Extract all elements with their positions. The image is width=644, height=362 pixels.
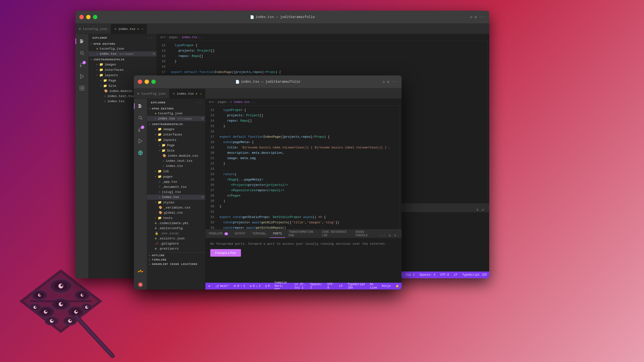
sidebar-item-variables-css[interactable]: 🎨 _variables.css bbox=[147, 205, 205, 210]
sidebar-item-index-test-tsx-2[interactable]: ⚛ index.test.tsx bbox=[147, 158, 205, 163]
sidebar-item-index-tsx-2[interactable]: ⚛ index.tsx bbox=[147, 163, 205, 169]
panel-tab-output-2[interactable]: OUTPUT bbox=[232, 230, 249, 238]
panel-close-btn[interactable]: ✕ bbox=[481, 207, 485, 212]
status-language-2[interactable]: TypeScript JSX bbox=[345, 283, 368, 290]
search-icon[interactable] bbox=[77, 48, 87, 58]
sidebar-item-tsconfig[interactable]: ⚙ tsconfig.json bbox=[88, 46, 156, 51]
sidebar-item-slug-tsx[interactable]: ⚛ [slug].tsx bbox=[147, 190, 205, 195]
remote-icon[interactable] bbox=[136, 148, 145, 158]
tab-index-2[interactable]: ⚛ index.tsx ● ✕ bbox=[170, 89, 206, 98]
panel-chevron-up-2[interactable]: ∧ bbox=[388, 233, 392, 238]
panel-tab-code-ref[interactable]: CODE REFERENCE LOG bbox=[318, 230, 352, 238]
debug-icon[interactable] bbox=[77, 71, 87, 81]
outline-header[interactable]: ▸ OUTLINE bbox=[147, 252, 205, 258]
status-spaces[interactable]: Spaces: 4 bbox=[417, 273, 438, 277]
sidebar-item-env-local[interactable]: 🔒 .env.local bbox=[147, 231, 205, 236]
status-spaces-2[interactable]: Spaces: 2 bbox=[308, 283, 325, 290]
sidebar-item-prettierrc[interactable]: ⚙ .prettierrc bbox=[147, 246, 205, 251]
status-encoding-2[interactable]: UTF-8 bbox=[325, 283, 337, 290]
editor-layout-icon[interactable]: ⊞ bbox=[474, 15, 476, 19]
forward-port-btn-2[interactable]: Forward a Port bbox=[210, 249, 241, 257]
tab-close-btn-2[interactable]: ✕ bbox=[200, 92, 202, 95]
status-line-ending-2[interactable]: LF bbox=[337, 284, 345, 288]
panel-tab-debug[interactable]: DEBUG CONSOLE bbox=[352, 230, 378, 238]
sidebar-item-gitignore[interactable]: ⎇ .gitignore bbox=[147, 241, 205, 246]
status-remote[interactable]: ⊕ bbox=[206, 284, 213, 288]
status-ninja-2[interactable]: Ninja bbox=[380, 284, 393, 288]
sonar-header[interactable]: ▸ SONARLINT ISSUE LOCATIONS bbox=[147, 262, 205, 266]
tab-tsconfig-2[interactable]: ⚙ tsconfig.json bbox=[134, 89, 170, 98]
sidebar-more-btn-2[interactable]: ··· bbox=[196, 101, 201, 104]
aws-icon[interactable] bbox=[136, 266, 145, 275]
explorer-icon-2[interactable] bbox=[136, 101, 145, 111]
tab-index-1[interactable]: ⚛ index.tsx ● ✕ bbox=[111, 24, 147, 34]
status-info-2[interactable]: ℹ 0 bbox=[263, 284, 272, 288]
sidebar-item-codeclimate[interactable]: ⚙ .codeclimate.yml bbox=[147, 221, 205, 226]
status-errors-2[interactable]: ⊗ 0 ⚠ 1 bbox=[248, 284, 263, 288]
minimize-button[interactable] bbox=[86, 15, 90, 19]
sidebar-item-index-tsx-pages[interactable]: ⚛ index.tsx M bbox=[147, 195, 205, 200]
sidebar-item-pages[interactable]: ▾ 📁 pages bbox=[147, 174, 205, 179]
panel-tab-transformation[interactable]: TRANSFORMATION HUB bbox=[285, 230, 318, 238]
panel-tab-problems-2[interactable]: PROBLEMS 1 bbox=[206, 230, 232, 238]
sidebar-item-styles[interactable]: ▾ 📁 styles bbox=[147, 200, 205, 205]
sidebar-item-lib[interactable]: ▸ 📁 lib bbox=[147, 169, 205, 174]
editor-layout-icon-2[interactable]: ⊞ bbox=[387, 80, 389, 84]
sidebar-item-document-tsx[interactable]: ⚛ _document.tsx bbox=[147, 184, 205, 190]
source-control-icon-2[interactable]: 1 bbox=[136, 125, 145, 134]
sidebar-item-app-tsx[interactable]: ⚛ _app.tsx bbox=[147, 179, 205, 184]
sidebar-item-global-css[interactable]: 🎨 global.css bbox=[147, 210, 205, 215]
tab-close-btn[interactable]: ✕ bbox=[142, 27, 143, 31]
sidebar-item-tsconfig-2[interactable]: ⚙ tsconfig.json bbox=[147, 111, 205, 116]
sidebar-item-index[interactable]: ⚛ index.tsx src/pages M bbox=[88, 51, 156, 56]
maximize-button-2[interactable] bbox=[152, 79, 156, 84]
search-icon-2[interactable] bbox=[136, 113, 145, 123]
sidebar-item-images-2[interactable]: ▸ 📁 images bbox=[147, 126, 205, 132]
source-control-icon[interactable]: 1 bbox=[77, 60, 87, 70]
split-editor-icon[interactable]: ⊡ bbox=[470, 15, 472, 19]
panel-tab-terminal-2[interactable]: TERMINAL bbox=[249, 230, 270, 238]
sidebar-item-interfaces[interactable]: ▸ 📁 interfaces bbox=[88, 67, 156, 72]
minimize-button-2[interactable] bbox=[144, 79, 149, 84]
code-editor-2[interactable]: 1213141516 1718192021 2223242526 2728293… bbox=[206, 106, 402, 229]
sidebar-item-site-2[interactable]: ▾ 📁 Site bbox=[147, 148, 205, 153]
status-encoding[interactable]: UTF-8 bbox=[438, 273, 452, 277]
timeline-header[interactable]: ▸ TIMELINE bbox=[147, 258, 205, 262]
circle-icon[interactable] bbox=[136, 280, 145, 290]
panel-chevron-up[interactable]: ∧ bbox=[475, 207, 479, 212]
explorer-icon[interactable] bbox=[77, 36, 87, 46]
sidebar-item-interfaces-2[interactable]: ▸ 📁 interfaces bbox=[147, 132, 205, 137]
close-button-2[interactable] bbox=[138, 79, 142, 84]
sidebar-more-btn[interactable]: ··· bbox=[147, 36, 152, 39]
extensions-icon[interactable] bbox=[77, 83, 87, 93]
open-editors-header[interactable]: ▾ OPEN EDITORS bbox=[88, 42, 156, 46]
more-actions-icon-2[interactable]: ··· bbox=[392, 80, 398, 84]
status-go-live-2[interactable]: Go Live bbox=[368, 283, 380, 290]
sidebar-item-editorconfig[interactable]: ⚙ .editorconfig bbox=[147, 226, 205, 231]
status-branch-2[interactable]: ⎇ main* bbox=[213, 284, 231, 288]
maximize-button[interactable] bbox=[93, 15, 97, 19]
debug-icon-2[interactable] bbox=[136, 136, 145, 146]
sidebar-item-eslintrc[interactable]: ⚙ .eslintrc.json bbox=[147, 236, 205, 241]
status-sync-2[interactable]: ⟳ 0 ↑ 1 bbox=[231, 284, 248, 288]
more-actions-icon[interactable]: ··· bbox=[479, 15, 485, 19]
sidebar-item-index-2[interactable]: ⚛ index.tsx src/pages M bbox=[147, 116, 205, 121]
split-editor-icon-2[interactable]: ⊡ bbox=[382, 80, 384, 84]
status-notification[interactable]: 🔔 bbox=[393, 284, 402, 288]
status-line-ending[interactable]: LF bbox=[452, 273, 460, 277]
sidebar-item-layouts-2[interactable]: ▾ 📁 layouts bbox=[147, 137, 205, 143]
close-button[interactable] bbox=[79, 15, 84, 19]
status-compile-hero[interactable]: Compile Hero: Off bbox=[272, 281, 292, 290]
sidebar-item-page-2[interactable]: ▸ 📁 Page bbox=[147, 143, 205, 148]
sidebar-item-index-module-css-2[interactable]: 🎨 index.module.css bbox=[147, 153, 205, 158]
panel-tab-ports[interactable]: PORTS bbox=[270, 230, 285, 238]
project-header[interactable]: ▾ JUDITKARAMAZFOLIO bbox=[88, 57, 156, 62]
status-ln-col-2[interactable]: Ln 37, Col 1 bbox=[292, 283, 308, 290]
tab-tsconfig-1[interactable]: ⚙ tsconfig.json bbox=[76, 24, 111, 34]
sidebar-item-tests[interactable]: ▸ 📁 tests bbox=[147, 215, 205, 221]
open-editors-header-2[interactable]: ▾ OPEN EDITORS bbox=[147, 107, 205, 111]
sidebar-item-images[interactable]: ▸ 📁 images bbox=[88, 62, 156, 67]
status-language[interactable]: TypeScript JSX bbox=[460, 273, 489, 277]
panel-close-btn-2[interactable]: ✕ bbox=[393, 233, 397, 238]
project-header-2[interactable]: ▾ JUDITKARAMAZFOLIO bbox=[147, 122, 205, 126]
